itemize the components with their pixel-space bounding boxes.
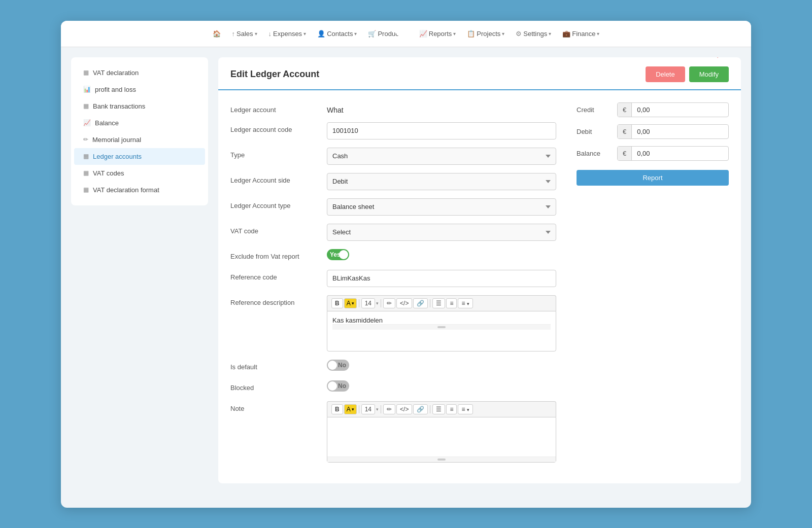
reference-code-label: Reference code: [230, 270, 322, 281]
sidebar-item-bank-transactions[interactable]: ▦ Bank transactions: [74, 98, 205, 115]
sidebar-item-ledger-accounts[interactable]: ▦ Ledger accounts: [74, 148, 205, 165]
code-button-note[interactable]: </>: [396, 404, 412, 414]
is-default-toggle[interactable]: No: [327, 360, 349, 371]
ledger-account-side-row: Ledger Account side Debit Credit: [230, 173, 556, 190]
reference-description-editor[interactable]: Kas kasmiddelen: [327, 311, 556, 351]
sidebar-item-vat-codes[interactable]: ▦ VAT codes: [74, 165, 205, 182]
credit-value: 0,00: [632, 103, 728, 117]
ledger-account-side-select[interactable]: Debit Credit: [327, 173, 556, 190]
nav-sales[interactable]: ↑ Sales ▾: [227, 27, 262, 41]
list-ol-button-note[interactable]: ≡: [446, 404, 457, 414]
bold-button-ref[interactable]: B: [331, 298, 343, 308]
profit-loss-icon: 📊: [83, 86, 91, 93]
settings-icon: ⚙: [516, 30, 522, 38]
highlight-button-note[interactable]: A ▾: [344, 404, 357, 414]
blocked-switch[interactable]: No: [327, 380, 349, 392]
toggle-knob-default: [328, 361, 337, 370]
debit-label: Debit: [577, 128, 612, 135]
ledger-account-row: Ledger account What: [230, 102, 556, 114]
sidebar-item-label: Bank transactions: [93, 102, 145, 110]
font-size-arrow: ▾: [376, 301, 379, 306]
memorial-journal-icon: ✏: [83, 136, 88, 143]
sidebar-item-vat-declaration-format[interactable]: ▦ VAT declaration format: [74, 182, 205, 198]
nav-contacts-label: Contacts: [327, 30, 353, 38]
nav-settings[interactable]: ⚙ Settings ▾: [511, 27, 556, 41]
nav-sales-label: Sales: [236, 30, 253, 38]
font-size-button-note[interactable]: 14: [361, 404, 375, 414]
credit-field: Credit € 0,00: [577, 102, 729, 117]
resize-handle: [437, 326, 446, 328]
report-button[interactable]: Report: [577, 170, 729, 186]
nav-contacts[interactable]: 👤 Contacts ▾: [313, 27, 361, 41]
vat-code-select[interactable]: Select: [327, 224, 556, 241]
sidebar-item-memorial-journal[interactable]: ✏ Memorial journal: [74, 131, 205, 148]
toggle-knob: [339, 250, 348, 259]
blocked-toggle[interactable]: No: [327, 380, 349, 392]
ledger-accounts-icon: ▦: [83, 153, 89, 160]
link-button-note[interactable]: 🔗: [413, 404, 428, 414]
content-area: ▦ VAT declaration 📊 profit and loss ▦ Ba…: [61, 47, 751, 494]
ledger-account-code-input[interactable]: [327, 122, 556, 139]
type-select[interactable]: Cash Bank Other: [327, 148, 556, 165]
credit-input: € 0,00: [617, 102, 729, 117]
sidebar-item-profit-loss[interactable]: 📊 profit and loss: [74, 81, 205, 98]
font-size-arrow-note: ▾: [376, 407, 379, 412]
delete-button[interactable]: Delete: [646, 66, 685, 82]
nav-reports[interactable]: 📈 Reports ▾: [415, 27, 461, 41]
blocked-toggle-label: No: [338, 382, 346, 390]
list-ol-button-ref[interactable]: ≡: [446, 298, 457, 308]
toolbar-separator-note-1: [359, 405, 359, 413]
sidebar-item-label: VAT declaration format: [93, 186, 159, 194]
nav-finance[interactable]: 💼 Finance ▾: [558, 27, 604, 41]
nav-home[interactable]: 🏠: [208, 27, 225, 41]
sidebar-item-label: Balance: [95, 119, 119, 127]
editor-toolbar-note: B A ▾ 14 ▾ ✏ </>: [327, 401, 556, 417]
code-button-ref[interactable]: </>: [396, 298, 412, 308]
align-button-ref[interactable]: ≡ ▾: [458, 298, 472, 308]
main-panel: Edit Ledger Account ▼ Delete Modify Ledg…: [218, 57, 741, 483]
link-button-ref[interactable]: 🔗: [413, 298, 428, 308]
modify-button[interactable]: Modify: [689, 66, 729, 82]
highlight-arrow-note: ▾: [352, 407, 354, 412]
exclude-vat-switch[interactable]: Yes: [327, 249, 349, 260]
balance-input: € 0,00: [617, 146, 729, 161]
vat-declaration-icon: ▦: [83, 69, 89, 76]
list-ul-button-ref[interactable]: ☰: [432, 298, 445, 308]
nav-projects[interactable]: 📋 Projects ▾: [462, 27, 509, 41]
ledger-account-type-select[interactable]: Balance sheet Profit and Loss: [327, 198, 556, 216]
debit-value: 0,00: [632, 125, 728, 138]
exclude-vat-toggle[interactable]: Yes: [327, 249, 349, 260]
type-row: Type Cash Bank Other: [230, 148, 556, 165]
chevron-down-icon: ▾: [502, 31, 504, 37]
sidebar-item-vat-declaration[interactable]: ▦ VAT declaration: [74, 64, 205, 81]
projects-icon: 📋: [467, 30, 475, 38]
font-size-button-ref[interactable]: 14: [361, 298, 375, 308]
pencil-button-ref[interactable]: ✏: [383, 298, 395, 308]
is-default-switch[interactable]: No: [327, 360, 349, 371]
toolbar-separator-note-2: [381, 405, 381, 413]
ledger-account-type-label: Ledger Account type: [230, 198, 322, 209]
nav-expenses-label: Expenses: [273, 30, 302, 38]
products-icon: 🛒: [368, 30, 376, 38]
reference-code-input[interactable]: [327, 270, 556, 287]
list-ul-button-note[interactable]: ☰: [432, 404, 445, 414]
align-button-note[interactable]: ≡ ▾: [458, 404, 472, 414]
note-row: Note B A ▾ 14 ▾: [230, 401, 556, 463]
bold-button-note[interactable]: B: [331, 404, 343, 414]
sidebar-item-label: VAT codes: [93, 169, 124, 177]
editor-toolbar-reference: B A ▾ 14 ▾ ✏ </>: [327, 295, 556, 311]
highlight-arrow: ▾: [352, 301, 354, 306]
pencil-button-note[interactable]: ✏: [383, 404, 395, 414]
credit-label: Credit: [577, 106, 612, 114]
nav-expenses[interactable]: ↓ Expenses ▾: [264, 27, 311, 41]
sidebar-item-balance[interactable]: 📈 Balance: [74, 115, 205, 131]
note-editor[interactable]: [327, 417, 556, 463]
reports-icon: 📈: [419, 30, 427, 38]
form-left: Ledger account What Ledger account code: [230, 102, 556, 471]
home-icon: 🏠: [213, 30, 221, 38]
toolbar-separator: [359, 299, 359, 307]
highlight-button-ref[interactable]: A ▾: [344, 298, 357, 308]
note-label: Note: [230, 401, 322, 412]
balance-icon: 📈: [83, 119, 91, 126]
is-default-label: Is default: [230, 360, 322, 371]
